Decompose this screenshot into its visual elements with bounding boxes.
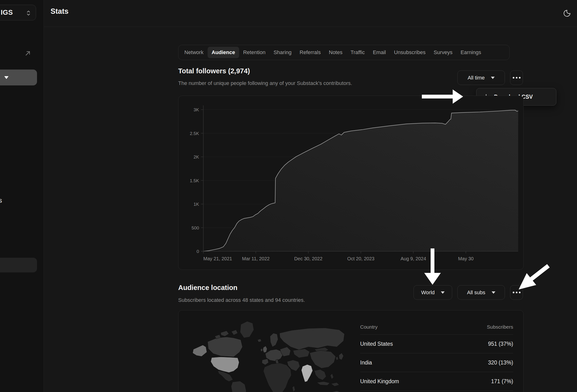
svg-text:2.5K: 2.5K bbox=[190, 131, 199, 136]
sidebar-selected-item[interactable] bbox=[0, 70, 37, 85]
world-map bbox=[185, 311, 354, 392]
workspace-label: IGS bbox=[1, 8, 13, 16]
svg-text:Aug 9, 2024: Aug 9, 2024 bbox=[400, 256, 426, 261]
audience-location-card: CountrySubscribersUnited States951 (37%)… bbox=[178, 310, 524, 392]
table-row: United States951 (37%) bbox=[360, 335, 513, 353]
svg-text:May 21, 2021: May 21, 2021 bbox=[203, 256, 232, 261]
audience-location-subtitle: Subscribers located across 48 states and… bbox=[178, 297, 305, 303]
audience-location-title: Audience location bbox=[178, 284, 238, 292]
chevron-down-icon bbox=[4, 76, 8, 79]
time-range-dropdown[interactable]: All time bbox=[457, 71, 505, 85]
workspace-switcher-button[interactable]: IGS bbox=[0, 5, 36, 20]
tab-unsubscribes[interactable]: Unsubscribes bbox=[390, 47, 430, 58]
dark-mode-toggle[interactable] bbox=[562, 8, 572, 19]
tab-sharing[interactable]: Sharing bbox=[270, 47, 296, 58]
svg-text:500: 500 bbox=[191, 225, 199, 230]
location-more-button[interactable] bbox=[510, 285, 523, 300]
tab-earnings[interactable]: Earnings bbox=[457, 47, 485, 58]
table-cell: United Kingdom bbox=[360, 378, 399, 385]
header-divider bbox=[44, 27, 577, 27]
subs-filter-dropdown[interactable]: All subs bbox=[457, 285, 505, 300]
ellipsis-icon bbox=[513, 292, 521, 293]
tab-email[interactable]: Email bbox=[369, 47, 390, 58]
subs-filter-value: All subs bbox=[467, 289, 485, 296]
tab-retention[interactable]: Retention bbox=[239, 47, 270, 58]
country-subscribers-table: CountrySubscribersUnited States951 (37%)… bbox=[360, 320, 513, 391]
region-dropdown[interactable]: World bbox=[414, 285, 452, 300]
total-followers-title: Total followers (2,974) bbox=[178, 67, 250, 75]
sidebar: IGS s bbox=[0, 0, 44, 392]
stats-page: IGS s Stats NetworkAudienceRetention bbox=[0, 0, 577, 392]
svg-text:1.5K: 1.5K bbox=[190, 178, 199, 183]
page-title: Stats bbox=[51, 7, 69, 16]
svg-text:2K: 2K bbox=[194, 154, 199, 159]
table-cell: India bbox=[360, 359, 372, 366]
column-header: Subscribers bbox=[487, 324, 513, 330]
stats-tab-bar: NetworkAudienceRetentionSharingReferrals… bbox=[178, 45, 510, 60]
time-range-value: All time bbox=[468, 75, 485, 81]
total-followers-subtitle: The number of unique people following an… bbox=[178, 80, 352, 86]
svg-text:1K: 1K bbox=[194, 202, 199, 207]
tab-referrals[interactable]: Referrals bbox=[296, 47, 325, 58]
table-cell: 951 (37%) bbox=[488, 341, 513, 347]
table-cell: United States bbox=[360, 341, 393, 347]
followers-area-chart: 05001K1.5K2K2.5K3KMay 21, 2021Mar 11, 20… bbox=[179, 96, 523, 270]
annotation-arrow-more-button-shaft bbox=[530, 264, 550, 281]
svg-text:Oct 20, 2023: Oct 20, 2023 bbox=[347, 256, 375, 261]
table-row: India320 (13%) bbox=[360, 353, 513, 372]
moon-icon bbox=[563, 9, 571, 18]
tab-traffic[interactable]: Traffic bbox=[346, 47, 369, 58]
table-cell: 320 (13%) bbox=[488, 359, 513, 366]
tab-surveys[interactable]: Surveys bbox=[430, 47, 457, 58]
svg-text:May 30: May 30 bbox=[458, 256, 474, 261]
region-value: World bbox=[421, 289, 435, 296]
column-header: Country bbox=[360, 324, 378, 330]
chevron-down-icon bbox=[491, 77, 495, 79]
chevron-down-icon bbox=[492, 291, 495, 294]
svg-text:Dec 30, 2022: Dec 30, 2022 bbox=[294, 256, 323, 261]
table-cell: 171 (7%) bbox=[491, 378, 513, 385]
followers-more-button[interactable] bbox=[510, 71, 523, 85]
ellipsis-icon bbox=[513, 77, 521, 78]
table-row: United Kingdom171 (7%) bbox=[360, 372, 513, 391]
sidebar-item-label-fragment: s bbox=[0, 197, 2, 204]
svg-text:0: 0 bbox=[196, 249, 199, 254]
svg-text:3K: 3K bbox=[194, 107, 199, 112]
svg-text:Mar 11, 2022: Mar 11, 2022 bbox=[242, 256, 270, 261]
table-header: CountrySubscribers bbox=[360, 320, 513, 335]
chevron-up-down-icon bbox=[25, 9, 32, 17]
external-link-arrow-icon[interactable] bbox=[24, 50, 31, 57]
sidebar-item-pill[interactable] bbox=[0, 258, 37, 272]
tab-audience[interactable]: Audience bbox=[208, 47, 239, 58]
chevron-down-icon bbox=[441, 291, 445, 294]
tab-notes[interactable]: Notes bbox=[325, 47, 346, 58]
followers-chart-card: 05001K1.5K2K2.5K3KMay 21, 2021Mar 11, 20… bbox=[178, 96, 524, 270]
tab-network[interactable]: Network bbox=[180, 47, 208, 58]
